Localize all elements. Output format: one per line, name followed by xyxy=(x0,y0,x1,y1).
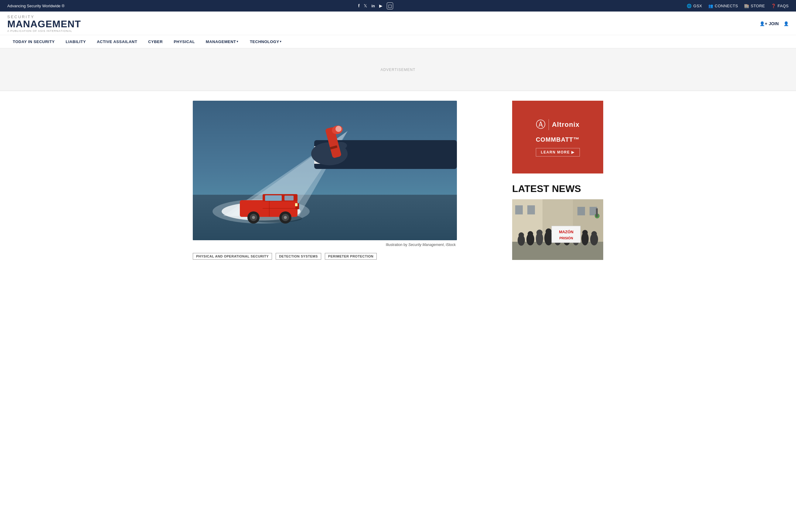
article-area: Illustration by Security Management, iSt… xyxy=(193,101,501,260)
nav-management[interactable]: MANAGEMENT xyxy=(200,35,245,48)
store-link[interactable]: 🏬 STORE xyxy=(744,4,765,8)
caption-prefix: Illustration by xyxy=(386,243,408,247)
nav-physical[interactable]: PHYSICAL xyxy=(168,35,200,48)
top-bar: Advancing Security Worldwide ® f 𝕏 in ▶ … xyxy=(0,0,796,12)
hero-image-container: Illustration by Security Management, iSt… xyxy=(193,101,457,247)
top-bar-tagline-area: Advancing Security Worldwide ® xyxy=(7,4,65,8)
connects-link[interactable]: 👥 CONNECTS xyxy=(708,4,738,8)
ad-learn-more-button[interactable]: LEARN MORE ▶ xyxy=(536,148,580,156)
logo-subtitle: A PUBLICATION OF ASIS INTERNATIONAL xyxy=(7,30,81,33)
svg-point-53 xyxy=(582,230,588,235)
tag-perimeter-protection[interactable]: PERIMETER PROTECTION xyxy=(325,253,377,260)
nav-today-in-security[interactable]: TODAY IN SECURITY xyxy=(7,35,60,48)
svg-text:MAZÓN: MAZÓN xyxy=(559,230,574,234)
svg-point-55 xyxy=(591,231,597,236)
svg-rect-9 xyxy=(265,195,282,201)
altronix-logo-symbol: Ⓐ xyxy=(536,118,545,131)
store-icon: 🏬 xyxy=(744,4,749,8)
logo-management: MANAGEMENT xyxy=(7,19,81,29)
altronix-name: Altronix xyxy=(552,121,580,129)
ad-product-name: COMMBATT™ xyxy=(536,136,580,143)
nav-active-assailant[interactable]: ACTIVE ASSAILANT xyxy=(91,35,143,48)
header: SECURITY MANAGEMENT A PUBLICATION OF ASI… xyxy=(0,12,796,35)
caption-source: Security Management xyxy=(408,243,444,247)
logo[interactable]: SECURITY MANAGEMENT A PUBLICATION OF ASI… xyxy=(7,15,81,33)
social-links: f 𝕏 in ▶ ◻ xyxy=(358,2,393,10)
latest-news-section: LATEST NEWS xyxy=(512,183,603,260)
main-content: Illustration by Security Management, iSt… xyxy=(185,91,611,260)
svg-point-41 xyxy=(528,231,533,236)
svg-point-39 xyxy=(519,232,524,238)
svg-point-17 xyxy=(252,216,255,219)
tagline: Advancing Security Worldwide ® xyxy=(7,4,65,8)
svg-rect-60 xyxy=(596,208,598,217)
faqs-label: FAQS xyxy=(777,4,789,8)
nav-technology[interactable]: TECHNOLOGY xyxy=(245,35,288,48)
twitter-link[interactable]: 𝕏 xyxy=(364,3,367,8)
ad-banner[interactable]: ADVERTISEMENT xyxy=(0,49,796,91)
latest-news-title: LATEST NEWS xyxy=(512,183,603,194)
svg-rect-10 xyxy=(285,196,293,201)
header-right: 👤+ JOIN 👤 xyxy=(760,21,789,26)
altronix-ad[interactable]: Ⓐ Altronix COMMBATT™ LEARN MORE ▶ xyxy=(512,101,603,173)
youtube-link[interactable]: ▶ xyxy=(379,3,382,8)
globe-icon: 🌐 xyxy=(687,4,692,8)
person-icon-link[interactable]: 👤 xyxy=(783,21,789,26)
article-tags: PHYSICAL AND OPERATIONAL SECURITY DETECT… xyxy=(193,253,501,260)
connects-label: CONNECTS xyxy=(714,4,738,8)
news-image[interactable]: MAZÓN PRISIÓN xyxy=(512,199,603,260)
main-nav: TODAY IN SECURITY LIABILITY ACTIVE ASSAI… xyxy=(0,35,796,49)
caption-suffix: , iStock xyxy=(444,243,456,247)
ad-logo: Ⓐ Altronix xyxy=(536,118,580,131)
ad-logo-divider xyxy=(548,119,549,130)
tag-physical-operational[interactable]: PHYSICAL AND OPERATIONAL SECURITY xyxy=(193,253,272,260)
svg-point-43 xyxy=(537,230,543,236)
nav-cyber[interactable]: CYBER xyxy=(143,35,168,48)
top-bar-links: 🌐 GSX 👥 CONNECTS 🏬 STORE ❓ FAQS xyxy=(687,4,789,8)
faqs-link[interactable]: ❓ FAQS xyxy=(771,4,789,8)
linkedin-link[interactable]: in xyxy=(371,4,375,8)
nav-liability[interactable]: LIABILITY xyxy=(60,35,91,48)
account-icon: 👤 xyxy=(783,21,789,26)
hero-illustration xyxy=(193,101,457,240)
news-photo: MAZÓN PRISIÓN xyxy=(512,199,603,260)
instagram-link[interactable]: ◻ xyxy=(387,2,393,10)
facebook-link[interactable]: f xyxy=(358,3,360,8)
svg-point-28 xyxy=(336,126,342,132)
svg-rect-33 xyxy=(515,205,523,214)
ad-banner-content: ADVERTISEMENT xyxy=(381,68,416,72)
gsx-link[interactable]: 🌐 GSX xyxy=(687,4,702,8)
join-button[interactable]: 👤+ JOIN xyxy=(760,21,779,26)
store-label: STORE xyxy=(751,4,765,8)
hero-caption: Illustration by Security Management, iSt… xyxy=(193,243,457,247)
sidebar: Ⓐ Altronix COMMBATT™ LEARN MORE ▶ LATEST… xyxy=(512,101,603,260)
svg-point-20 xyxy=(284,216,287,219)
svg-rect-34 xyxy=(527,205,535,214)
join-icon: 👤+ xyxy=(760,21,767,26)
svg-rect-56 xyxy=(551,226,580,243)
tag-detection-systems[interactable]: DETECTION SYSTEMS xyxy=(276,253,321,260)
svg-rect-12 xyxy=(295,203,297,206)
join-label: JOIN xyxy=(769,21,779,26)
svg-text:PRISIÓN: PRISIÓN xyxy=(559,236,573,240)
hero-image xyxy=(193,101,457,240)
svg-point-45 xyxy=(545,228,551,234)
gsx-label: GSX xyxy=(693,4,702,8)
svg-rect-35 xyxy=(577,207,585,215)
faqs-icon: ❓ xyxy=(771,4,776,8)
connects-icon: 👥 xyxy=(708,4,713,8)
